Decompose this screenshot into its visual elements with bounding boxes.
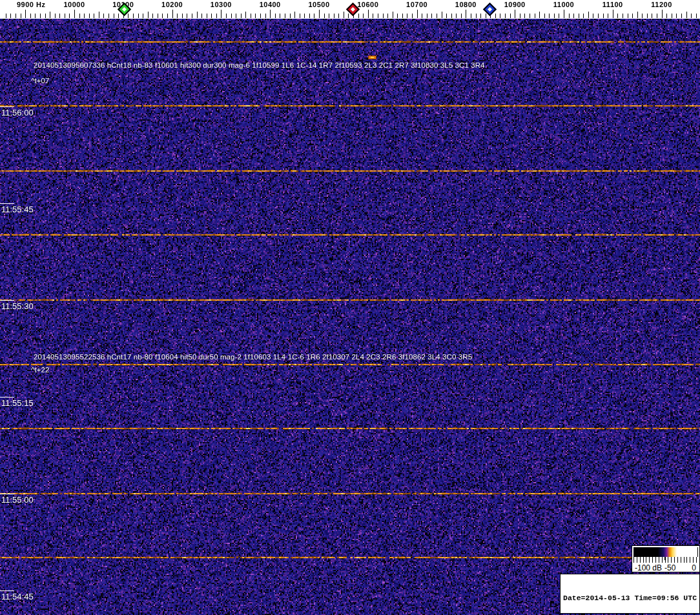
freq-tick-label: 10600: [357, 1, 378, 8]
intensity-colorbar: -100 dB -50 0: [632, 545, 700, 572]
freq-tick-label: 9900 Hz: [17, 1, 45, 8]
freq-tick-label: 11000: [553, 1, 574, 8]
time-tick: [0, 397, 14, 398]
time-tick-label: 11:56:00: [1, 108, 34, 117]
freq-tick-label: 10400: [260, 1, 281, 8]
time-tick: [0, 106, 14, 107]
info-date-time: Date=2014-05-13 Time=09:56 UTC: [563, 594, 699, 603]
spectrogram-app-window: 9900 Hz100001010010200103001040010500106…: [0, 0, 700, 615]
freq-tick-label: 11200: [651, 1, 672, 8]
time-tick: [0, 203, 14, 204]
detection-time-tag-2: ^t+22: [31, 366, 50, 374]
time-tick: [0, 300, 14, 301]
detection-time-tag-1: ^t+07: [31, 77, 50, 85]
detection-annotation-2: 20140513095522536 hCnt17 nb-80 f10604 hi…: [34, 353, 472, 361]
freq-tick-label: 10500: [308, 1, 329, 8]
freq-tick-label: 10300: [211, 1, 232, 8]
time-tick: [0, 494, 14, 494]
colorbar-gradient: [633, 547, 698, 557]
colorbar-label-min: -100 dB: [635, 563, 662, 572]
colorbar-label-max: 0: [692, 563, 696, 572]
marker-center-dot: [351, 7, 355, 12]
colorbar-label-mid: -50: [664, 563, 675, 572]
time-tick-label: 11:55:00: [1, 495, 34, 505]
frequency-ruler: 9900 Hz100001010010200103001040010500106…: [0, 0, 700, 19]
time-tick-label: 11:55:30: [1, 301, 34, 311]
detection-annotation-1: 20140513095607336 hCnt18 nb-83 f10601 hi…: [34, 61, 485, 69]
time-tick-label: 11:55:45: [1, 205, 34, 214]
freq-tick-label: 10700: [406, 1, 427, 8]
time-tick-label: 11:54:45: [1, 592, 34, 601]
freq-tick-label: 10000: [63, 1, 85, 8]
colorbar-ticks-major: [633, 557, 698, 560]
marker-center-dot: [488, 7, 492, 12]
freq-tick-label: 10200: [161, 1, 183, 8]
marker-center-dot: [122, 7, 127, 12]
time-tick-label: 11:55:15: [1, 398, 34, 408]
observation-info-box: Date=2014-05-13 Time=09:56 UTC Freq=143 …: [560, 574, 700, 614]
spectrogram-canvas: [0, 19, 700, 615]
freq-tick-label: 11100: [602, 1, 623, 8]
freq-tick-label: 10900: [504, 1, 526, 8]
time-tick: [0, 590, 14, 591]
freq-tick-label: 10800: [455, 1, 477, 8]
spectrogram-area: 20140513095607336 hCnt18 nb-83 f10601 hi…: [0, 19, 700, 615]
